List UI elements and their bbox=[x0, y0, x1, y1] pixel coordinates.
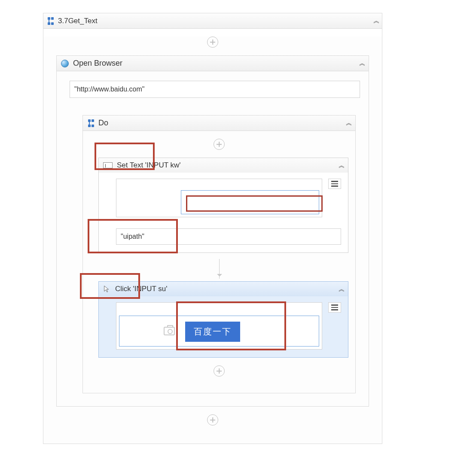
collapse-icon[interactable]: ︽ bbox=[359, 59, 364, 67]
collapse-icon[interactable]: ︽ bbox=[346, 119, 351, 127]
set-text-header[interactable]: Set Text 'INPUT kw' ︽ bbox=[99, 158, 348, 173]
sequence-title: 3.7Get_Text bbox=[58, 17, 373, 25]
text-input-icon bbox=[103, 162, 113, 168]
sequence-header[interactable]: 3.7Get_Text ︽ bbox=[43, 13, 382, 29]
sequence-icon bbox=[47, 17, 55, 25]
click-activity[interactable]: Click 'INPUT su' ︽ bbox=[98, 281, 348, 358]
camera-icon bbox=[164, 327, 175, 335]
collapse-icon[interactable]: ︽ bbox=[339, 285, 344, 293]
sequence-icon bbox=[87, 119, 95, 127]
add-activity-bottom[interactable] bbox=[207, 414, 218, 426]
do-title: Do bbox=[98, 119, 346, 128]
add-activity-do-top[interactable] bbox=[214, 139, 225, 150]
set-text-value-input[interactable] bbox=[116, 228, 341, 245]
cursor-icon bbox=[103, 285, 111, 293]
set-text-selector-preview[interactable] bbox=[116, 179, 322, 217]
click-title: Click 'INPUT su' bbox=[115, 285, 339, 293]
open-browser-title: Open Browser bbox=[73, 59, 359, 68]
baidu-search-button: 百度一下 bbox=[185, 322, 240, 342]
open-browser-header[interactable]: Open Browser ︽ bbox=[57, 56, 369, 71]
flow-arrow-icon bbox=[219, 259, 220, 279]
do-sequence: Do ︽ Set Text 'INPUT kw' ︽ bbox=[82, 115, 356, 393]
selector-options-icon[interactable] bbox=[328, 179, 341, 189]
collapse-icon[interactable]: ︽ bbox=[373, 17, 378, 25]
click-header[interactable]: Click 'INPUT su' ︽ bbox=[99, 282, 348, 296]
set-text-title: Set Text 'INPUT kw' bbox=[117, 161, 339, 170]
click-selector-preview[interactable]: 百度一下 bbox=[116, 302, 322, 350]
globe-icon bbox=[61, 60, 69, 67]
selector-options-icon[interactable] bbox=[328, 302, 341, 313]
add-activity-do-bottom[interactable] bbox=[214, 365, 225, 377]
collapse-icon[interactable]: ︽ bbox=[339, 161, 344, 170]
set-text-activity[interactable]: Set Text 'INPUT kw' ︽ bbox=[98, 158, 348, 253]
open-browser-activity[interactable]: Open Browser ︽ Do ︽ bbox=[56, 55, 369, 407]
do-header[interactable]: Do ︽ bbox=[83, 116, 355, 131]
open-browser-url-input[interactable] bbox=[70, 81, 360, 98]
add-activity-top[interactable] bbox=[207, 36, 218, 48]
sequence-panel: 3.7Get_Text ︽ Open Browser ︽ Do ︽ bbox=[43, 13, 382, 444]
